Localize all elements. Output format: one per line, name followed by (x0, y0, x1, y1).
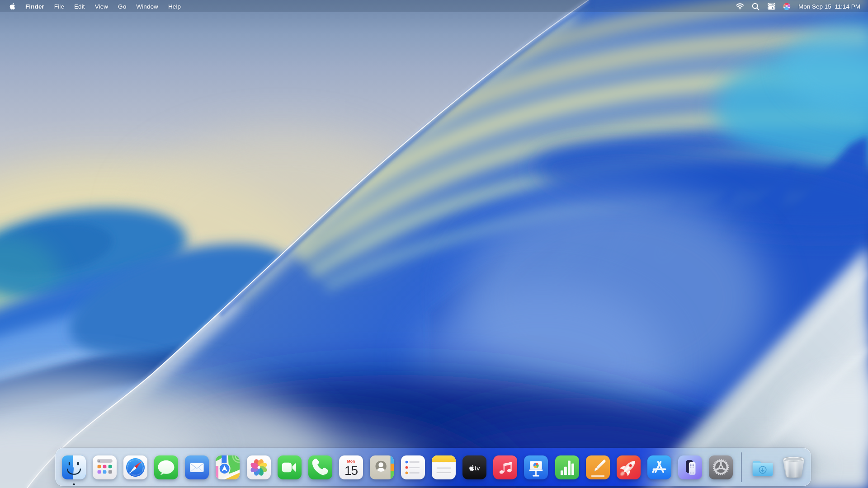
menu-window[interactable]: Window (131, 0, 163, 13)
dock-item-appstore[interactable] (647, 455, 671, 479)
rocket-app-icon (617, 455, 641, 479)
dock-item-maps[interactable] (216, 455, 240, 479)
svg-text:Mon: Mon (347, 459, 355, 464)
dock-item-music[interactable] (493, 455, 517, 479)
finder-app-icon (62, 455, 86, 479)
dock-item-trash[interactable] (782, 455, 806, 479)
menu-bar: FinderFileEditViewGoWindowHelp (0, 0, 868, 13)
reminders-app-icon (401, 455, 425, 479)
menu-bar-left: FinderFileEditViewGoWindowHelp (0, 0, 186, 13)
calendar-app-icon: Mon 15 (339, 455, 363, 479)
pages-app-icon (586, 455, 610, 479)
menu-edit[interactable]: Edit (69, 0, 90, 13)
svg-text:tv: tv (475, 464, 480, 472)
siri-icon-glyph (783, 3, 791, 10)
maps-app-icon (216, 455, 240, 479)
appstore-app-icon (647, 455, 671, 479)
dock-item-keynote[interactable] (524, 455, 548, 479)
menu-go[interactable]: Go (113, 0, 131, 13)
facetime-app-icon (278, 455, 302, 479)
apps-app-icon (93, 455, 117, 479)
mail-app-icon (185, 455, 209, 479)
dock-item-phone[interactable] (308, 455, 332, 479)
desktop-wallpaper (0, 0, 868, 488)
dock-item-iphonemirroring[interactable] (678, 455, 702, 479)
settings-app-icon (709, 455, 733, 479)
keynote-app-icon (524, 455, 548, 479)
control-center-icon[interactable] (764, 0, 779, 13)
dock-item-rocket[interactable] (617, 455, 641, 479)
dock-item-reminders[interactable] (401, 455, 425, 479)
downloads-app-icon (749, 454, 776, 481)
iphonemirroring-app-icon (678, 455, 702, 479)
dock-item-pages[interactable] (586, 455, 610, 479)
music-app-icon (493, 455, 517, 479)
running-indicator-dot (73, 483, 75, 486)
wifi-icon[interactable] (732, 0, 748, 13)
spotlight-search-icon-glyph (752, 3, 760, 10)
dock-item-mail[interactable] (185, 455, 209, 479)
menu-view[interactable]: View (90, 0, 113, 13)
dock-item-facetime[interactable] (278, 455, 302, 479)
photos-app-icon (247, 455, 271, 479)
siri-icon[interactable] (779, 0, 794, 13)
apple-icon (9, 3, 15, 10)
dock-item-numbers[interactable] (555, 455, 579, 479)
menu-help[interactable]: Help (163, 0, 186, 13)
apple-menu[interactable] (5, 0, 20, 13)
dock-item-finder[interactable] (62, 455, 86, 479)
safari-app-icon (123, 455, 147, 479)
menu-file[interactable]: File (49, 0, 69, 13)
dock-item-apps[interactable] (93, 455, 117, 479)
dock-item-notes[interactable] (432, 455, 456, 479)
notes-app-icon (432, 455, 456, 479)
messages-app-icon (154, 455, 178, 479)
menu-items-group: FinderFileEditViewGoWindowHelp (20, 0, 186, 13)
dock-item-settings[interactable] (709, 455, 733, 479)
trash-app-icon (782, 455, 806, 479)
status-icons-group (732, 0, 794, 13)
svg-text:15: 15 (344, 464, 358, 478)
dock-item-contacts[interactable] (370, 455, 394, 479)
control-center-icon-glyph (768, 3, 775, 10)
dock: Mon 15 tv (55, 448, 811, 486)
menu-finder[interactable]: Finder (20, 0, 49, 13)
numbers-app-icon (555, 455, 579, 479)
spotlight-search-icon[interactable] (748, 0, 764, 13)
tv-app-icon: tv (462, 455, 486, 479)
dock-separator (741, 452, 742, 482)
dock-item-messages[interactable] (154, 455, 178, 479)
menu-bar-right: Mon Sep 15 11:14 PM (732, 0, 868, 13)
dock-item-downloads[interactable] (750, 455, 774, 479)
contacts-app-icon (370, 455, 394, 479)
dock-item-calendar[interactable]: Mon 15 (339, 455, 363, 479)
wifi-icon-glyph (736, 3, 744, 9)
dock-item-photos[interactable] (247, 455, 271, 479)
dock-item-safari[interactable] (123, 455, 147, 479)
phone-app-icon (308, 455, 332, 479)
dock-item-tv[interactable]: tv (462, 455, 486, 479)
menu-bar-clock[interactable]: Mon Sep 15 11:14 PM (798, 3, 860, 10)
